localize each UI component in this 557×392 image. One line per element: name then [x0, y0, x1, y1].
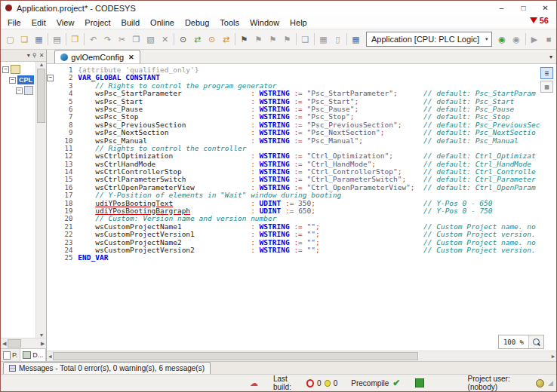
- undo-button[interactable]: ↶: [86, 32, 100, 47]
- code-editor[interactable]: 1{attribute 'qualified_only'}−2VAR_GLOBA…: [47, 64, 556, 361]
- copy-button[interactable]: ❐: [129, 32, 143, 47]
- scroll-down-icon[interactable]: ▼: [38, 332, 44, 338]
- menu-tools[interactable]: Tools: [214, 17, 245, 28]
- code-line[interactable]: −2VAR_GLOBAL CONSTANT: [47, 74, 556, 81]
- menu-file[interactable]: File: [2, 17, 26, 28]
- code-line[interactable]: 5 wsPsc_Start : WSTRING := "Psc_Start"; …: [47, 98, 556, 106]
- print-button[interactable]: ▤: [50, 32, 64, 47]
- new-object-button[interactable]: ▯: [331, 32, 345, 47]
- previous-bookmark-button[interactable]: ⚑: [266, 32, 280, 47]
- next-bookmark-button[interactable]: ⚑: [251, 32, 266, 47]
- code-line[interactable]: 23 wsCustomProjectName2 : WSTRING := "";…: [47, 239, 556, 247]
- scrollbar-thumb[interactable]: [53, 352, 419, 360]
- code-line[interactable]: 7 wsPsc_Stop : WSTRING := "Psc_Stop"; //…: [47, 113, 556, 121]
- tree-row-project[interactable]: −: [2, 64, 35, 75]
- copy-project-button[interactable]: ❒: [68, 32, 82, 47]
- tab-pous[interactable]: P.: [1, 349, 20, 361]
- notification-badge[interactable]: 56: [530, 16, 549, 25]
- code-line[interactable]: 10 wsPsc_Manual : WSTRING := "Psc_Manual…: [47, 137, 556, 145]
- code-line[interactable]: 17 // Y-Position of elements in "Wait" w…: [47, 191, 556, 199]
- code-line[interactable]: 18 udiYPosBootingText : UDINT := 350; //…: [47, 200, 556, 207]
- code-line[interactable]: 14 wsCtrlControllerStop : WSTRING := "Ct…: [47, 168, 556, 176]
- login-button[interactable]: ◉: [495, 32, 509, 47]
- code-line[interactable]: 25END_VAR: [47, 254, 556, 262]
- editor-horizontal-scrollbar[interactable]: ◀ ▶: [47, 351, 556, 361]
- close-button[interactable]: ✕: [534, 1, 556, 15]
- collapse-icon[interactable]: −: [16, 87, 23, 94]
- selected-device-node[interactable]: CPL: [17, 75, 34, 84]
- find-in-project-button[interactable]: ⊙: [205, 32, 219, 47]
- code-line[interactable]: 20 // Custom: Version name and version n…: [47, 215, 556, 222]
- messages-tab[interactable]: Messages - Total 0 error(s), 0 warning(s…: [3, 362, 211, 374]
- zoom-control[interactable]: 100 %: [498, 335, 544, 349]
- delete-button[interactable]: ✕: [158, 32, 172, 47]
- scroll-left-icon[interactable]: ◀: [2, 341, 6, 347]
- code-line[interactable]: 13 wsCtrlHandMode : WSTRING := "Ctrl_Han…: [47, 161, 556, 168]
- code-line[interactable]: 1{attribute 'qualified_only'}: [47, 66, 556, 74]
- start-button[interactable]: ▶: [528, 32, 542, 47]
- fold-marker-icon[interactable]: −: [47, 75, 54, 81]
- device-tree[interactable]: − − CPL −: [1, 62, 35, 338]
- replace-button[interactable]: ⇄: [190, 32, 205, 47]
- scroll-up-icon[interactable]: ▲: [38, 62, 44, 67]
- scroll-right-icon[interactable]: ▶: [552, 354, 555, 360]
- tree-row-device[interactable]: − CPL: [2, 75, 35, 85]
- toggle-bookmark-button[interactable]: ⚑: [237, 32, 251, 47]
- menu-view[interactable]: View: [51, 17, 80, 28]
- scroll-left-icon[interactable]: ◀: [48, 354, 51, 360]
- find-button[interactable]: ⊙: [176, 32, 190, 47]
- export-button[interactable]: ▦: [316, 32, 331, 47]
- tabular-view-button[interactable]: ▦: [540, 81, 553, 93]
- panel-menu-icon[interactable]: ▾: [27, 52, 30, 59]
- menu-debug[interactable]: Debug: [180, 17, 214, 28]
- code-line[interactable]: 15 wsCtrlParameterSwitch : WSTRING := "C…: [47, 176, 556, 183]
- new-file-button[interactable]: ▢: [3, 32, 17, 47]
- collapse-icon[interactable]: −: [9, 77, 16, 84]
- menu-help[interactable]: Help: [285, 17, 312, 28]
- minimize-button[interactable]: –: [491, 1, 512, 15]
- cut-button[interactable]: ✂: [115, 32, 129, 47]
- menu-window[interactable]: Window: [245, 17, 285, 28]
- messages-view-button[interactable]: ❑: [298, 32, 312, 47]
- code-line[interactable]: 6 wsPsc_Pause : WSTRING := "Psc_Pause"; …: [47, 106, 556, 113]
- code-line[interactable]: 16 wsCtrlOpenParameterView : WSTRING := …: [47, 184, 556, 191]
- tree-horizontal-scrollbar[interactable]: ◀ ▶: [1, 338, 46, 348]
- scrollbar-thumb[interactable]: [8, 339, 21, 348]
- tab-list-icon[interactable]: ▾: [549, 54, 552, 60]
- tab-devices[interactable]: D...: [20, 349, 46, 361]
- library-manager-button[interactable]: ▦: [349, 32, 363, 47]
- menu-online[interactable]: Online: [145, 17, 180, 28]
- code-line[interactable]: 11 // Rights to control the controller: [47, 145, 556, 152]
- textual-view-button[interactable]: ≡: [540, 67, 553, 79]
- tab-gvloemconfig[interactable]: gvlOemConfig ✕: [54, 50, 140, 63]
- code-line[interactable]: 12 wsCtrlOptimization : WSTRING := "Ctrl…: [47, 152, 556, 160]
- clear-bookmarks-button[interactable]: ⚑: [280, 32, 294, 47]
- code-line[interactable]: 8 wsPsc_PreviousSection : WSTRING := "Ps…: [47, 121, 556, 129]
- pin-icon[interactable]: ⚲: [32, 52, 37, 59]
- magnifier-icon[interactable]: [528, 335, 543, 348]
- logout-button[interactable]: ◉: [509, 32, 524, 47]
- panel-close-icon[interactable]: ✕: [39, 52, 45, 59]
- menu-build[interactable]: Build: [116, 17, 145, 28]
- code-line[interactable]: 19 udiYPosBootingBargraph : UDINT := 650…: [47, 207, 556, 215]
- open-project-button[interactable]: ❏: [17, 32, 32, 47]
- replace-in-project-button[interactable]: ⇄: [219, 32, 233, 47]
- stop-button[interactable]: ■: [542, 32, 556, 47]
- code-line[interactable]: 24 wsCustomProjectVersion2 : WSTRING := …: [47, 247, 556, 254]
- save-project-button[interactable]: ▦: [32, 32, 46, 47]
- tab-close-icon[interactable]: ✕: [128, 54, 134, 61]
- code-line[interactable]: 21 wsCustomProjectName1 : WSTRING := "";…: [47, 223, 556, 231]
- code-line[interactable]: 3 // Rights to control the program gener…: [47, 82, 556, 90]
- paste-button[interactable]: ▧: [143, 32, 158, 47]
- code-line[interactable]: 4 wsPsc_StartParameter : WSTRING := "Psc…: [47, 90, 556, 97]
- menu-project[interactable]: Project: [79, 17, 115, 28]
- menu-edit[interactable]: Edit: [26, 17, 51, 28]
- tree-vertical-scrollbar[interactable]: ▲ ▼: [35, 62, 46, 338]
- code-line[interactable]: 22 wsCustomProjectVersion1 : WSTRING := …: [47, 231, 556, 238]
- scrollbar-thumb[interactable]: [37, 69, 45, 123]
- application-combo[interactable]: Application [CPU: PLC Logic] ▾: [366, 32, 492, 47]
- maximize-button[interactable]: □: [512, 1, 534, 15]
- collapse-icon[interactable]: −: [2, 66, 9, 73]
- scroll-right-icon[interactable]: ▶: [41, 341, 45, 347]
- redo-button[interactable]: ↷: [100, 32, 115, 47]
